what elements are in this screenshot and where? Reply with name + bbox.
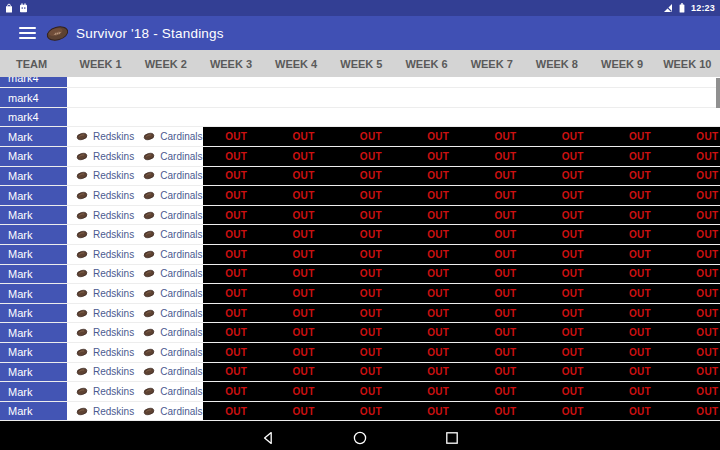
table-row[interactable]: MarkRedskinsCardinalsOUTOUTOUTOUTOUTOUTO… — [0, 402, 720, 422]
menu-icon[interactable] — [19, 27, 36, 39]
table-row[interactable]: MarkRedskinsCardinalsOUTOUTOUTOUTOUTOUTO… — [0, 382, 720, 402]
team-cell: Mark — [0, 206, 68, 225]
empty-cell — [68, 77, 135, 87]
out-cell: OUT — [203, 245, 270, 264]
out-label: OUT — [360, 249, 382, 260]
pick-cell: Redskins — [68, 284, 135, 303]
table-row[interactable]: mark4 — [0, 88, 720, 108]
out-label: OUT — [225, 386, 247, 397]
out-label: OUT — [696, 288, 718, 299]
out-label: OUT — [225, 210, 247, 221]
out-label: OUT — [225, 288, 247, 299]
standings-list[interactable]: mark4mark4mark4MarkRedskinsCardinalsOUTO… — [0, 77, 720, 422]
table-row[interactable]: MarkRedskinsCardinalsOUTOUTOUTOUTOUTOUTO… — [0, 343, 720, 363]
out-label: OUT — [360, 288, 382, 299]
out-cell: OUT — [203, 284, 270, 303]
out-label: OUT — [360, 327, 382, 338]
table-row[interactable]: MarkRedskinsCardinalsOUTOUTOUTOUTOUTOUTO… — [0, 304, 720, 324]
out-label: OUT — [696, 210, 718, 221]
pick-cell: Cardinals — [135, 343, 202, 362]
back-button[interactable] — [261, 431, 275, 445]
table-row[interactable]: MarkRedskinsCardinalsOUTOUTOUTOUTOUTOUTO… — [0, 167, 720, 187]
out-label: OUT — [293, 406, 315, 417]
recents-button[interactable] — [445, 431, 459, 445]
table-row[interactable]: MarkRedskinsCardinalsOUTOUTOUTOUTOUTOUTO… — [0, 284, 720, 304]
table-row[interactable]: MarkRedskinsCardinalsOUTOUTOUTOUTOUTOUTO… — [0, 363, 720, 383]
pick-label: Cardinals — [160, 151, 202, 162]
out-label: OUT — [494, 366, 516, 377]
out-label: OUT — [293, 131, 315, 142]
out-label: OUT — [225, 229, 247, 240]
out-cell: OUT — [404, 343, 471, 362]
week-header: WEEK 10 — [655, 58, 720, 70]
table-row[interactable]: mark4 — [0, 108, 720, 128]
out-cell: OUT — [674, 343, 720, 362]
team-column-header: TEAM — [0, 58, 68, 70]
pick-cell: Cardinals — [135, 284, 202, 303]
football-icon — [143, 171, 155, 180]
app-title: Survivor '18 - Standings — [76, 26, 224, 41]
pick-cell: Redskins — [68, 206, 135, 225]
battery-icon — [679, 3, 685, 13]
pick-cell: Cardinals — [135, 402, 202, 421]
out-label: OUT — [427, 366, 449, 377]
out-label: OUT — [293, 347, 315, 358]
status-bar-system: 12:23 — [663, 3, 715, 13]
out-cell: OUT — [539, 167, 606, 186]
out-cell: OUT — [472, 402, 539, 421]
table-row[interactable]: MarkRedskinsCardinalsOUTOUTOUTOUTOUTOUTO… — [0, 225, 720, 245]
out-cell: OUT — [539, 304, 606, 323]
football-icon — [76, 387, 88, 396]
out-label: OUT — [360, 229, 382, 240]
out-cell: OUT — [270, 284, 337, 303]
pick-cell: Redskins — [68, 363, 135, 382]
pick-cell: Redskins — [68, 382, 135, 401]
pick-label: Redskins — [93, 151, 134, 162]
out-cell: OUT — [539, 186, 606, 205]
football-icon — [76, 211, 88, 220]
out-label: OUT — [427, 386, 449, 397]
out-cell: OUT — [270, 402, 337, 421]
out-cell: OUT — [472, 147, 539, 166]
table-row[interactable]: MarkRedskinsCardinalsOUTOUTOUTOUTOUTOUTO… — [0, 323, 720, 343]
team-cell: Mark — [0, 167, 68, 186]
out-cell: OUT — [539, 225, 606, 244]
team-cell: Mark — [0, 343, 68, 362]
out-cell: OUT — [337, 186, 404, 205]
out-label: OUT — [562, 229, 584, 240]
table-row[interactable]: MarkRedskinsCardinalsOUTOUTOUTOUTOUTOUTO… — [0, 147, 720, 167]
out-label: OUT — [293, 151, 315, 162]
football-icon — [143, 152, 155, 161]
out-label: OUT — [225, 406, 247, 417]
pick-cell: Redskins — [68, 265, 135, 284]
table-row[interactable]: MarkRedskinsCardinalsOUTOUTOUTOUTOUTOUTO… — [0, 206, 720, 226]
out-label: OUT — [629, 170, 651, 181]
football-icon — [143, 250, 155, 259]
out-cell: OUT — [674, 245, 720, 264]
table-row[interactable]: MarkRedskinsCardinalsOUTOUTOUTOUTOUTOUTO… — [0, 245, 720, 265]
table-row[interactable]: mark4 — [0, 77, 720, 88]
out-label: OUT — [494, 170, 516, 181]
out-cell: OUT — [270, 167, 337, 186]
team-cell: mark4 — [0, 108, 68, 127]
out-label: OUT — [494, 347, 516, 358]
out-label: OUT — [629, 288, 651, 299]
table-row[interactable]: MarkRedskinsCardinalsOUTOUTOUTOUTOUTOUTO… — [0, 127, 720, 147]
table-row[interactable]: MarkRedskinsCardinalsOUTOUTOUTOUTOUTOUTO… — [0, 265, 720, 285]
home-button[interactable] — [353, 431, 367, 445]
out-cell: OUT — [539, 245, 606, 264]
out-cell: OUT — [203, 304, 270, 323]
out-label: OUT — [629, 268, 651, 279]
scrollbar-thumb[interactable] — [716, 78, 720, 108]
status-bar-notifications — [5, 3, 28, 13]
out-label: OUT — [225, 366, 247, 377]
table-row[interactable]: MarkRedskinsCardinalsOUTOUTOUTOUTOUTOUTO… — [0, 186, 720, 206]
out-label: OUT — [427, 268, 449, 279]
out-cell: OUT — [203, 343, 270, 362]
football-icon — [143, 407, 155, 416]
out-label: OUT — [562, 288, 584, 299]
team-cell: mark4 — [0, 88, 68, 107]
pick-label: Redskins — [93, 131, 134, 142]
pick-label: Redskins — [93, 308, 134, 319]
out-label: OUT — [562, 131, 584, 142]
